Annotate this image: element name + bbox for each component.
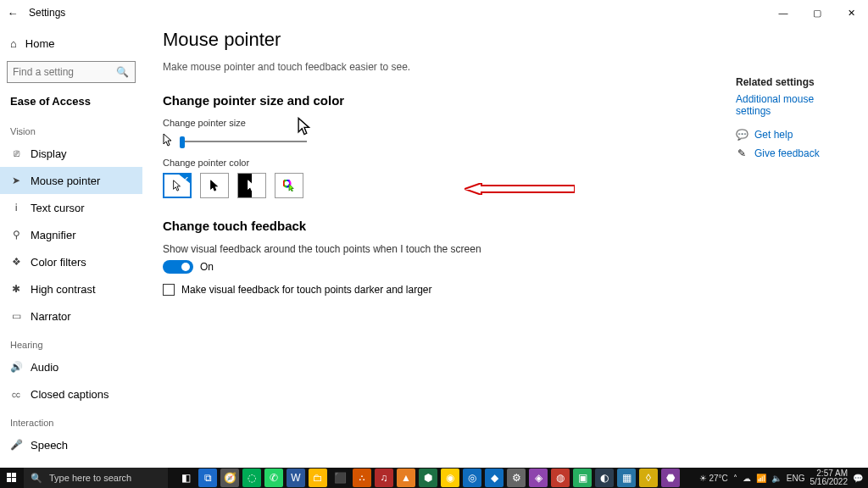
taskbar-app[interactable]: ◌ — [242, 469, 261, 487]
taskbar-app[interactable]: ◈ — [529, 469, 548, 487]
slider-track[interactable] — [180, 141, 307, 142]
task-view-button[interactable]: ◧ — [176, 469, 195, 487]
sidebar-item-label: Audio — [31, 361, 58, 374]
tray-cloud-icon[interactable]: ☁ — [743, 474, 751, 483]
color-filters-icon: ❖ — [10, 256, 22, 268]
taskbar-app[interactable]: ⬣ — [661, 469, 680, 487]
touch-feedback-desc: Show visual feedback around the touch po… — [163, 243, 848, 255]
sidebar-item-closed-captions[interactable]: ㏄ Closed captions — [0, 380, 142, 408]
speech-icon: 🎤 — [10, 439, 22, 451]
touch-feedback-toggle[interactable] — [163, 260, 193, 274]
taskbar-app[interactable]: ◍ — [551, 469, 570, 487]
sidebar-item-label: Magnifier — [31, 229, 75, 241]
taskbar-search[interactable]: 🔍 Type here to search — [24, 468, 168, 488]
taskbar-app[interactable]: ◆ — [485, 469, 504, 487]
weather-widget[interactable]: ☀ 27°C — [699, 474, 728, 483]
tray-expand-icon[interactable]: ˄ — [733, 474, 737, 483]
pointer-color-black[interactable] — [200, 173, 229, 198]
toggle-state-label: On — [200, 261, 214, 273]
sidebar-item-audio[interactable]: 🔊 Audio — [0, 353, 142, 380]
taskbar-app[interactable]: ◐ — [595, 469, 614, 487]
sidebar-item-display[interactable]: ⎚ Display — [0, 140, 142, 167]
taskbar-app[interactable]: ⬢ — [419, 469, 437, 487]
tray-action-center-icon[interactable]: 💬 — [853, 474, 863, 483]
sidebar-category: Ease of Access — [0, 90, 142, 116]
taskbar-app-chrome[interactable]: ◉ — [441, 469, 459, 487]
high-contrast-icon: ✱ — [10, 283, 22, 295]
taskbar-app-whatsapp[interactable]: ✆ — [264, 469, 283, 487]
start-button[interactable] — [0, 468, 24, 488]
taskbar-app[interactable]: 🧭 — [220, 469, 239, 487]
tray-language[interactable]: ENG — [787, 474, 805, 483]
taskbar-app[interactable]: ▦ — [617, 469, 636, 487]
pointer-color-inverted[interactable] — [237, 173, 266, 198]
pointer-color-white[interactable] — [163, 173, 192, 198]
mouse-pointer-icon: ➤ — [10, 175, 22, 186]
system-tray[interactable]: ☀ 27°C ˄ ☁ 📶 🔈 ENG 2:57 AM 5/16/2022 💬 — [699, 469, 868, 486]
svg-rect-3 — [7, 478, 11, 482]
taskbar-app[interactable]: ⬛ — [331, 469, 349, 487]
cursor-black-icon — [209, 180, 220, 191]
title-bar: ← Settings ― ▢ ✕ — [0, 0, 868, 25]
touch-darker-label: Make visual feedback for touch points da… — [181, 284, 432, 296]
search-icon: 🔍 — [31, 473, 42, 484]
get-help-label: Get help — [754, 129, 793, 141]
sidebar-item-speech[interactable]: 🎤 Speech — [0, 431, 142, 458]
taskbar-app[interactable]: ⧉ — [198, 469, 217, 487]
give-feedback-link[interactable]: ✎ Give feedback — [736, 147, 846, 159]
slider-thumb[interactable] — [180, 136, 185, 148]
minimize-button[interactable]: ― — [766, 0, 800, 25]
sidebar-item-mouse-pointer[interactable]: ➤ Mouse pointer — [0, 167, 142, 194]
additional-mouse-settings-link[interactable]: Additional mouse settings — [736, 93, 846, 117]
tray-clock[interactable]: 2:57 AM 5/16/2022 — [810, 469, 849, 486]
magnifier-icon: ⚲ — [10, 229, 22, 241]
sidebar-item-high-contrast[interactable]: ✱ High contrast — [0, 275, 142, 302]
sidebar-item-color-filters[interactable]: ❖ Color filters — [0, 248, 142, 275]
sidebar-item-label: Color filters — [31, 256, 86, 269]
back-button[interactable]: ← — [0, 7, 25, 19]
annotation-arrow — [465, 183, 575, 195]
tray-volume-icon[interactable]: 🔈 — [771, 474, 782, 483]
feedback-icon: ✎ — [736, 147, 748, 159]
sidebar-item-text-cursor[interactable]: Ꭵ Text cursor — [0, 194, 142, 221]
taskbar: 🔍 Type here to search ◧ ⧉ 🧭 ◌ ✆ W 🗀 ⬛ ⛬ … — [0, 468, 868, 488]
sidebar-item-narrator[interactable]: ▭ Narrator — [0, 302, 142, 330]
taskbar-app[interactable]: ▣ — [573, 469, 592, 487]
display-icon: ⎚ — [10, 147, 22, 159]
tray-wifi-icon[interactable]: 📶 — [756, 474, 766, 483]
group-title-hearing: Hearing — [0, 330, 142, 353]
group-title-vision: Vision — [0, 116, 142, 140]
get-help-link[interactable]: 💬 Get help — [736, 129, 846, 141]
text-cursor-icon: Ꭵ — [10, 202, 22, 214]
cursor-custom-icon — [283, 180, 295, 191]
windows-icon — [7, 473, 17, 483]
taskbar-app[interactable]: ♫ — [375, 469, 393, 487]
sidebar-item-label: High contrast — [31, 283, 96, 296]
sidebar-item-label: Display — [31, 147, 67, 160]
maximize-button[interactable]: ▢ — [800, 0, 834, 25]
right-column: Related settings Additional mouse settin… — [736, 76, 846, 166]
give-feedback-label: Give feedback — [754, 147, 820, 159]
svg-rect-4 — [12, 478, 16, 482]
pointer-color-custom[interactable] — [275, 173, 303, 198]
window-title: Settings — [25, 7, 65, 19]
page-description: Make mouse pointer and touch feedback ea… — [163, 61, 848, 73]
taskbar-app-settings[interactable]: ⚙ — [507, 469, 526, 487]
sidebar-item-label: Narrator — [31, 310, 71, 323]
close-button[interactable]: ✕ — [834, 0, 868, 25]
touch-darker-checkbox[interactable] — [163, 284, 175, 296]
sidebar-item-magnifier[interactable]: ⚲ Magnifier — [0, 221, 142, 248]
taskbar-app-word[interactable]: W — [287, 469, 305, 487]
related-settings-heading: Related settings — [736, 76, 846, 88]
taskbar-app-edge[interactable]: ◎ — [463, 469, 481, 487]
sidebar-home[interactable]: ⌂ Home — [0, 30, 142, 56]
taskbar-app[interactable]: ⛬ — [353, 469, 371, 487]
sidebar-search[interactable]: 🔍 — [7, 61, 136, 83]
taskbar-app[interactable]: ◊ — [639, 469, 658, 487]
narrator-icon: ▭ — [10, 310, 22, 322]
pointer-preview-icon — [163, 133, 173, 149]
taskbar-app-vlc[interactable]: ▲ — [397, 469, 415, 487]
taskbar-app-explorer[interactable]: 🗀 — [309, 469, 327, 487]
svg-rect-1 — [7, 473, 11, 477]
mouse-cursor-indicator — [297, 117, 312, 138]
